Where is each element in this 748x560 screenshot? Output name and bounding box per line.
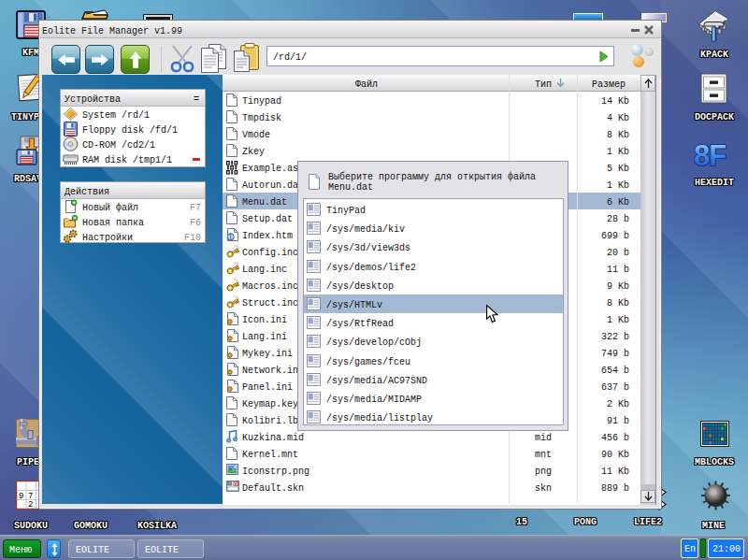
svg-text:9: 9	[19, 492, 23, 501]
svg-text:8F: 8F	[694, 139, 726, 171]
svg-text:2: 2	[28, 500, 33, 510]
